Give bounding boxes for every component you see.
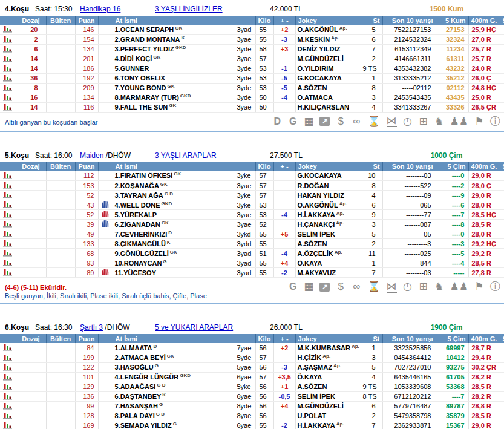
horse-stats-icon[interactable] [0, 239, 16, 249]
horse-stats-icon[interactable] [0, 229, 16, 239]
race-condition-link[interactable]: 3 YAŞLI ARAPLAR [155, 151, 217, 160]
agf-icon[interactable]: ▦ [304, 115, 313, 128]
weight-change: -4 [273, 249, 295, 258]
last-400m-time: 25,0 R [468, 93, 500, 102]
blinkers-cell [98, 220, 113, 229]
binoculars-icon[interactable]: ∞ [352, 280, 361, 293]
race-condition-link[interactable]: 5 ve YUKARI ARAPLAR [155, 323, 233, 332]
calculator-icon[interactable]: ⊞ [419, 280, 428, 293]
horse-stats-icon[interactable] [0, 200, 16, 210]
start-position: 8 [361, 83, 382, 93]
crowd-icon[interactable]: ♟♟ [450, 280, 468, 293]
col-400m-g: 400m G. [468, 16, 500, 25]
hourglass-icon[interactable]: ⌛ [367, 280, 380, 293]
horse-age: 3ydd [234, 239, 255, 249]
horse-stats-icon[interactable] [0, 25, 16, 34]
horse-stats-icon[interactable] [0, 372, 16, 382]
dozaj-value [16, 258, 46, 268]
horse-stats-icon[interactable] [0, 34, 16, 44]
dollar-icon[interactable]: $ [336, 115, 345, 128]
last10-results: -------065 [382, 200, 436, 210]
performance-icon[interactable]: ↗ [319, 117, 330, 126]
horse-stats-icon[interactable] [0, 258, 16, 268]
horse-stats-icon[interactable] [0, 93, 16, 102]
horse-row: 1699.SEMADA YILDIZG6yae55-2H.İ.AKKAYAAp.… [0, 421, 504, 429]
horse-stats-icon[interactable] [0, 220, 16, 229]
horse-stats-icon[interactable] [0, 83, 16, 93]
horse-row: 361926.TONY OBELIX3yde53-5G.KOCAKAYA1313… [0, 73, 504, 83]
ganyan-d-icon[interactable]: D [272, 115, 282, 128]
horse-stats-icon[interactable] [0, 343, 16, 353]
horse-stats-icon[interactable] [0, 73, 16, 83]
weight-change: -4 [273, 93, 295, 102]
info-icon[interactable]: ⓘ [490, 115, 500, 128]
weight-change [273, 239, 295, 249]
graph-icon[interactable]: ⋈ [387, 281, 397, 293]
race-type-link[interactable]: Şartlı 3 [80, 323, 103, 332]
crowd-icon[interactable]: ♟♟ [450, 115, 468, 128]
horses-table: Dozaj Bülten Puan At İsmi Kilo + - Jokey… [0, 334, 504, 429]
race-toolbar: DG▦↗$∞⌛⋈◷⊞♞♟♟⚑ⓘ [272, 114, 500, 128]
horse-stats-icon[interactable] [0, 391, 16, 401]
blinkers-cell [98, 25, 113, 34]
last10-results: --------05 [382, 229, 436, 239]
ganyan-g-icon[interactable]: G [288, 280, 298, 293]
horse-stats-icon[interactable] [0, 102, 16, 112]
horse-stats-icon[interactable] [0, 268, 16, 278]
binoculars-icon[interactable]: ∞ [352, 115, 361, 128]
ganyan-g-icon[interactable]: G [288, 115, 298, 128]
horse-equipment-code: D [167, 230, 172, 235]
race-condition-link[interactable]: 3 YAŞLI İNGİLİZLER [155, 5, 223, 13]
puan-value: 169 [75, 421, 98, 429]
photo-finish-icon[interactable]: ⚑ [474, 115, 484, 128]
dollar-icon[interactable]: $ [336, 280, 345, 293]
s-cell [500, 401, 504, 411]
horse-stats-icon[interactable] [0, 64, 16, 73]
last10-results: --------77 [382, 210, 436, 220]
col-age [234, 162, 255, 171]
weight-change [273, 191, 295, 200]
horse-stats-icon[interactable] [0, 181, 16, 191]
horse-stats-icon[interactable] [0, 421, 16, 429]
horse-stats-icon[interactable] [0, 171, 16, 181]
blinkers-cell [98, 64, 113, 73]
s-cell [500, 34, 504, 44]
info-icon[interactable]: ⓘ [490, 280, 500, 293]
horse-stats-icon[interactable] [0, 382, 16, 391]
start-position: 7 [361, 268, 382, 278]
last10-results: 0454364412 [382, 353, 436, 362]
jockey-name: Ö.KAYA [295, 372, 361, 382]
photo-finish-icon[interactable]: ⚑ [474, 280, 484, 293]
jockey-name: A.SÖZEN [295, 83, 361, 93]
graph-icon[interactable]: ⋈ [387, 116, 397, 127]
stopwatch-icon[interactable]: ◷ [403, 280, 413, 293]
jockey-name: A.ÖZÇELİKAp. [295, 249, 361, 258]
horse-stats-icon[interactable] [0, 54, 16, 64]
horse-stats-icon[interactable] [0, 411, 16, 421]
race-type-link[interactable]: Handikap 16 [80, 5, 120, 13]
race-type-link[interactable]: Maiden [80, 151, 103, 160]
blinkers-cell [98, 171, 113, 181]
horse-stats-icon[interactable] [0, 353, 16, 362]
last10-results: 6153112349 [382, 44, 436, 54]
horse-equipment-code: GKD [174, 45, 186, 50]
horse-age: 5yae [234, 362, 255, 372]
horse-stats-icon[interactable] [0, 44, 16, 54]
performance-icon[interactable]: ↗ [319, 283, 330, 292]
last5-surface-results: 02112 [436, 83, 468, 93]
horse-stats-icon[interactable] [0, 210, 16, 220]
horse-stats-icon[interactable] [0, 191, 16, 200]
horse-stats-icon[interactable] [0, 401, 16, 411]
calculator-icon[interactable]: ⊞ [419, 115, 428, 128]
horse-age: 3yad [234, 25, 255, 34]
stats-bars [3, 74, 13, 82]
agf-icon[interactable]: ▦ [304, 280, 313, 293]
horse-stats-icon[interactable] [0, 249, 16, 258]
start-position: 3 [361, 93, 382, 102]
hourglass-icon[interactable]: ⌛ [367, 115, 380, 128]
stopwatch-icon[interactable]: ◷ [403, 115, 413, 128]
race-purse: 27.500 TL [269, 151, 404, 160]
horse-icon[interactable]: ♞ [434, 115, 444, 128]
horse-stats-icon[interactable] [0, 362, 16, 372]
horse-icon[interactable]: ♞ [434, 280, 444, 293]
